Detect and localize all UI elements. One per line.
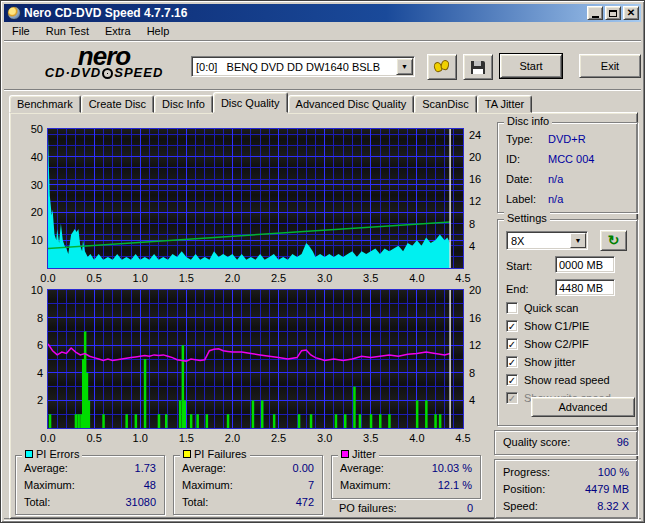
tick-label: 4.0: [409, 272, 424, 284]
tick-label: 16: [469, 173, 481, 185]
tick-label: 4: [469, 240, 475, 252]
tick-label: 10: [31, 234, 43, 246]
settings-legend: Settings: [504, 212, 550, 224]
tick-label: 1.0: [133, 272, 148, 284]
eject-options-button[interactable]: [427, 54, 457, 80]
jitter-group: Jitter Average:10.03 % Maximum:12.1 %: [331, 455, 481, 499]
pi-errors-maximum: 48: [144, 479, 156, 491]
tab-advanced-disc-quality[interactable]: Advanced Disc Quality: [288, 95, 415, 113]
disc-type-label: Type:: [506, 133, 533, 145]
progress-box: Progress:100 % Position:4479 MB Speed:8.…: [494, 459, 638, 519]
minimize-button[interactable]: [587, 6, 603, 20]
tick-label: 0.0: [40, 272, 55, 284]
tick-label: 0.5: [86, 432, 101, 444]
tick-label: 0.5: [86, 272, 101, 284]
start-position-input[interactable]: [555, 256, 615, 273]
show-c2-pif-checkbox[interactable]: ✓Show C2/PIF: [506, 337, 633, 351]
tick-label: 4: [469, 394, 475, 406]
chevron-down-icon[interactable]: ▼: [570, 233, 586, 248]
start-button[interactable]: Start: [500, 54, 562, 78]
tick-label: 8: [469, 218, 475, 230]
bottom-chart-left-axis: 108642: [15, 290, 46, 428]
window-title: Nero CD-DVD Speed 4.7.7.16: [24, 6, 585, 20]
show-c1-pie-checkbox[interactable]: ✓Show C1/PIE: [506, 319, 633, 333]
tick-label: 50: [31, 123, 43, 135]
settings-group: Settings 8X ▼ ↻ Start: End: ✓Quick scan …: [497, 219, 638, 426]
end-position-label: End:: [506, 283, 529, 295]
menu-extra[interactable]: Extra: [97, 23, 139, 39]
checkbox-icon: ✓: [506, 338, 518, 350]
pi-failures-total: 472: [296, 496, 314, 508]
app-icon[interactable]: [7, 6, 21, 20]
checkbox-icon: ✓: [506, 320, 518, 332]
show-read-speed-checkbox[interactable]: ✓Show read speed: [506, 373, 633, 387]
disc-label-label: Label:: [506, 193, 536, 205]
tick-label: 2.0: [225, 432, 240, 444]
menu-file[interactable]: File: [4, 23, 38, 39]
top-chart-canvas: [48, 129, 463, 268]
quick-scan-checkbox[interactable]: ✓Quick scan: [506, 301, 633, 315]
tab-benchmark[interactable]: Benchmark: [9, 95, 81, 113]
pi-errors-swatch-icon: [25, 450, 33, 458]
jitter-swatch-icon: [341, 450, 349, 458]
save-icon: [471, 61, 485, 74]
menu-help[interactable]: Help: [139, 23, 178, 39]
bottom-chart-canvas: [48, 290, 463, 428]
tab-scandisc[interactable]: ScanDisc: [414, 95, 476, 113]
checkbox-icon: ✓: [506, 302, 518, 314]
exit-button[interactable]: Exit: [579, 54, 641, 78]
checkbox-icon: ✓: [506, 374, 518, 386]
nero-logo-text: nero: [18, 45, 190, 67]
maximize-button[interactable]: [605, 6, 621, 20]
tick-label: 20: [469, 284, 481, 296]
jitter-legend: Jitter: [352, 448, 376, 460]
tick-label: 2.5: [271, 272, 286, 284]
top-chart-left-axis: 5040302010: [15, 129, 46, 268]
tick-label: 8: [37, 312, 43, 324]
checkbox-icon: ✓: [506, 356, 518, 368]
tick-label: 1.0: [133, 432, 148, 444]
po-failures-label: PO failures:: [339, 502, 396, 514]
disc-id-label: ID:: [506, 153, 520, 165]
position-label: Position:: [503, 483, 545, 495]
tick-label: 3.0: [317, 432, 332, 444]
tick-label: 12: [469, 195, 481, 207]
tick-label: 40: [31, 151, 43, 163]
speed-select[interactable]: 8X ▼: [506, 231, 588, 250]
disc-date-label: Date:: [506, 173, 532, 185]
drive-select[interactable]: [0:0] BENQ DVD DD DW1640 BSLB ▼: [191, 56, 415, 77]
progress-label: Progress:: [503, 466, 550, 478]
advanced-button[interactable]: Advanced: [531, 397, 635, 417]
tab-disc-info[interactable]: Disc Info: [154, 95, 213, 113]
menu-bar: File Run Test Extra Help: [4, 22, 641, 41]
tab-disc-quality[interactable]: Disc Quality: [213, 92, 288, 113]
minimize-icon: [592, 16, 599, 18]
close-icon: ✕: [627, 8, 635, 18]
hand-tools-icon: [434, 60, 450, 74]
tick-label: 3.0: [317, 272, 332, 284]
tab-ta-jitter[interactable]: TA Jitter: [477, 95, 533, 113]
tick-label: 1.5: [179, 432, 194, 444]
logo-speed-text: SPEED: [114, 67, 163, 79]
toolbar: nero CD·DVDSPEED [0:0] BENQ DVD DD DW164…: [4, 42, 641, 90]
close-button[interactable]: ✕: [623, 6, 639, 20]
show-jitter-checkbox[interactable]: ✓Show jitter: [506, 355, 633, 369]
save-button[interactable]: [463, 54, 493, 80]
tick-label: 20: [469, 151, 481, 163]
disc-info-legend: Disc info: [504, 115, 552, 127]
chart-svg: [48, 129, 463, 268]
refresh-disc-button[interactable]: ↻: [600, 230, 627, 251]
pi-failures-group: PI Failures Average:0.00 Maximum:7 Total…: [173, 455, 323, 515]
tick-label: 20: [31, 206, 43, 218]
tab-create-disc[interactable]: Create Disc: [81, 95, 154, 113]
tick-label: 10: [31, 284, 43, 296]
end-position-input[interactable]: [555, 279, 615, 296]
pi-failures-legend: PI Failures: [194, 448, 247, 460]
menu-run-test[interactable]: Run Test: [38, 23, 97, 39]
pi-failures-average: 0.00: [293, 462, 314, 474]
top-chart-right-axis: 2420161284: [466, 129, 490, 268]
start-position-label: Start:: [506, 260, 532, 272]
drive-select-value: [0:0] BENQ DVD DD DW1640 BSLB: [192, 61, 396, 73]
po-failures-row: PO failures: 0: [339, 502, 473, 516]
chevron-down-icon[interactable]: ▼: [396, 58, 413, 75]
